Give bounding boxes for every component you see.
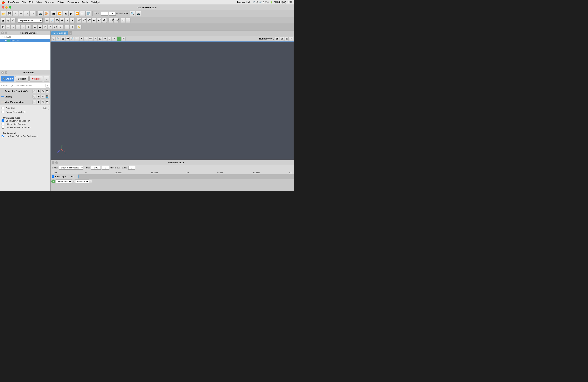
color-btn[interactable]: 🎨 (43, 11, 49, 16)
camera-btn[interactable]: 📷 (136, 11, 141, 16)
edit-menu[interactable]: Edit (29, 1, 33, 4)
mode-select[interactable]: Snap To TimeSteps Sequence Real Time (59, 166, 84, 170)
render-viewport[interactable]: y z x (51, 42, 294, 160)
pipeline-item-heat0[interactable]: 👁 Heat0.vtk* (0, 39, 50, 42)
tb3-btn7[interactable]: ▭ (33, 25, 38, 29)
save-btn[interactable]: 💾 (7, 11, 12, 16)
time-spinbox[interactable] (101, 12, 108, 16)
prop-search-input[interactable] (1, 85, 45, 87)
view-copy-btn[interactable]: ⬡ (32, 100, 36, 104)
anim-add-track-btn[interactable]: + (51, 180, 55, 183)
display-paste-btn[interactable]: ⬢ (37, 95, 41, 99)
tb2-btn7[interactable]: ✖ (70, 18, 75, 23)
tb2-btn3[interactable]: ⬡ (11, 18, 16, 23)
tb2-btn8[interactable]: ≫ (126, 18, 130, 23)
properties-heat-header[interactable]: Properties (Heat0.vtk*) ⬡ ⬢ ↻ 💾 (0, 88, 50, 94)
display-save-btn[interactable]: 💾 (45, 95, 49, 99)
tb2-btn4[interactable]: 3D (55, 18, 60, 23)
use-color-palette-checkbox[interactable] (1, 135, 4, 137)
rv-btn10[interactable]: ◲ (98, 37, 102, 41)
orient-x-btn[interactable]: +X (77, 18, 82, 23)
help-menu[interactable]: Help (246, 1, 251, 4)
maximize-button[interactable] (9, 6, 11, 9)
close-button[interactable] (2, 6, 4, 9)
catalyst-menu[interactable]: Catalyst (91, 1, 100, 4)
rv-btn11[interactable]: ⊕ (103, 37, 107, 41)
orient-nx-btn[interactable]: -X (92, 18, 97, 23)
track-prop-gear[interactable]: ⚙ (89, 180, 92, 183)
rv-btn-3d[interactable]: 3D (65, 37, 70, 41)
reset-camera-btn[interactable]: ⊕ (45, 18, 49, 23)
tools-menu[interactable]: Tools (82, 1, 88, 4)
tb3-btn5[interactable]: ⇔ (21, 25, 26, 29)
redo-btn[interactable]: ↪ (30, 11, 35, 16)
screenshot-btn[interactable]: 📷 (38, 11, 43, 16)
tb3-btn12[interactable]: ∿ (58, 25, 63, 29)
orient-nz-btn[interactable]: -Z (102, 18, 107, 23)
axes-grid-edit-btn[interactable]: Edit (42, 106, 49, 110)
tb2-btn6[interactable]: − (65, 18, 70, 23)
rv-add-btn[interactable]: + (117, 37, 121, 41)
tb2-btn2[interactable]: ◎ (6, 18, 10, 23)
view-paste-btn[interactable]: ⬢ (37, 100, 41, 104)
hidden-line-checkbox[interactable] (1, 123, 4, 125)
next-frame-btn[interactable]: ⏩ (74, 11, 80, 16)
display-header[interactable]: Display ⬡ ⬢ ↻ 💾 (0, 94, 50, 99)
undo-btn[interactable]: ↩ (24, 11, 30, 16)
track-source-select[interactable]: Heat0.vtk* (56, 180, 72, 183)
rv-btn13[interactable]: ? (112, 37, 116, 41)
tb2-btn1[interactable]: ▣ (1, 18, 5, 23)
open-file-btn[interactable]: 📂 (1, 11, 6, 16)
zoom-btn[interactable]: 🔍 (130, 11, 135, 16)
pipeline-close-btn[interactable]: ✕ (1, 32, 4, 34)
tb3-btn3[interactable]: ↕ (11, 25, 16, 29)
prev-btn[interactable]: ⏪ (57, 11, 62, 16)
orient-ny-btn[interactable]: -Y (97, 18, 102, 23)
filters-menu[interactable]: Filters (57, 1, 64, 4)
prev-frame-btn[interactable]: ◀ (63, 11, 68, 16)
minimize-button[interactable] (5, 6, 8, 9)
track-timekeeper-timeline[interactable] (78, 174, 294, 179)
file-menu[interactable]: File (22, 1, 26, 4)
apple-menu[interactable]: 🍎 (1, 1, 5, 4)
anim-time-field[interactable] (102, 166, 109, 170)
camera-parallel-checkbox[interactable] (1, 126, 4, 128)
reset-button[interactable]: ⊘ Reset (15, 76, 29, 82)
rv-layout-3[interactable]: ▤ (284, 37, 289, 41)
center-axes-checkbox[interactable] (1, 111, 4, 113)
display-copy-btn[interactable]: ⬡ (32, 95, 36, 99)
section-copy-btn[interactable]: ⬡ (32, 89, 36, 93)
rv-btn5[interactable]: − (75, 37, 79, 41)
rv-layout-1[interactable]: ▣ (275, 37, 279, 41)
track-source-gear[interactable]: ⚙ (72, 180, 75, 183)
tb2-btn5[interactable]: ✚ (60, 18, 64, 23)
display-reload-btn[interactable]: ↻ (41, 95, 45, 99)
view-save-btn[interactable]: 💾 (45, 100, 49, 104)
rv-btn1[interactable]: ⬡ (51, 37, 56, 41)
track-timekeeper-checkbox[interactable] (52, 175, 54, 178)
track-prop-select[interactable]: Visibility (75, 180, 89, 183)
tb3-btn8[interactable]: ▬ (38, 25, 42, 29)
disconnect-btn[interactable]: ↔ (18, 11, 24, 16)
stride-value[interactable] (128, 166, 135, 170)
anim-close-btn[interactable]: ✕ (52, 161, 54, 164)
zoom-data-btn[interactable]: 🔎 (50, 18, 54, 23)
view-header[interactable]: View (Render View) ⬡ ⬢ ↻ 💾 (0, 99, 50, 105)
rv-layout-2[interactable]: ⊞ (280, 37, 284, 41)
rv-btn12[interactable]: ? (107, 37, 112, 41)
play-btn[interactable]: ▶ (68, 11, 74, 16)
tb3-btn1[interactable]: ⊞ (1, 25, 5, 29)
layout-add-btn[interactable]: + (68, 31, 72, 35)
rv-btn9[interactable]: ≡ (93, 37, 98, 41)
view-reload-btn[interactable]: ↻ (41, 100, 45, 104)
rv-layout-4[interactable]: ✕ (289, 37, 293, 41)
tb3-btn13[interactable]: ⊣ (65, 25, 70, 29)
loop-btn[interactable]: 🔄 (86, 11, 91, 16)
anim-float-btn[interactable]: ○ (55, 161, 58, 164)
representation-select[interactable]: Representation Outline Points Wireframe … (18, 18, 42, 22)
apply-button[interactable]: 🪄 Apply (1, 76, 14, 82)
section-save-btn[interactable]: 💾 (45, 89, 49, 93)
section-reload-btn[interactable]: ↻ (41, 89, 45, 93)
layout-tab1[interactable]: Layout #1 ✕ (51, 31, 68, 35)
orientation-axes-checkbox[interactable] (1, 119, 4, 122)
